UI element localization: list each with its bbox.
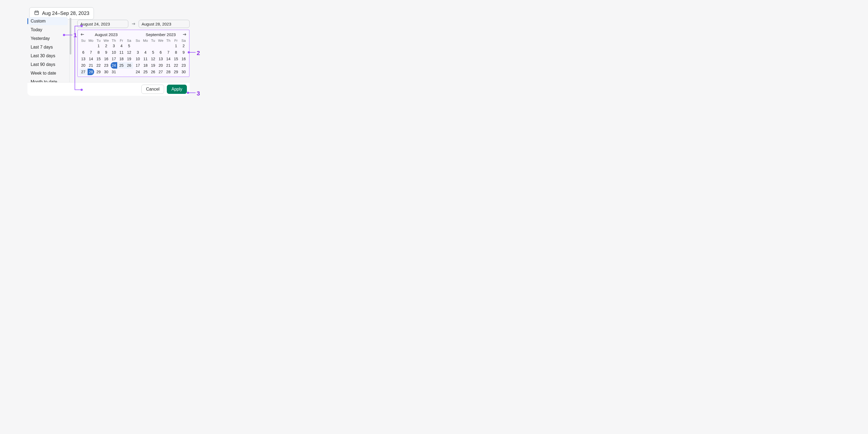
calendar-day[interactable]: 12	[125, 49, 133, 56]
weekday-label: Th	[165, 38, 172, 42]
calendar-day[interactable]: 16	[180, 56, 187, 62]
cancel-button[interactable]: Cancel	[141, 85, 164, 94]
calendar-day[interactable]: 11	[142, 56, 149, 62]
calendar-day[interactable]: 9	[180, 49, 187, 56]
arrow-right-icon	[131, 22, 136, 26]
calendar-day[interactable]: 4	[118, 42, 125, 49]
preset-item[interactable]: Month to date	[29, 78, 68, 82]
annotation-2-line	[189, 52, 195, 53]
calendar-day[interactable]: 5	[125, 42, 133, 49]
preset-item[interactable]: Custom	[29, 17, 68, 25]
annotation-1-dot-b	[81, 25, 83, 27]
calendar-day[interactable]: 23	[102, 62, 110, 69]
calendar-day[interactable]: 22	[95, 62, 102, 69]
weekday-label: We	[157, 38, 164, 42]
calendar-day[interactable]: 29	[95, 69, 102, 75]
month-right: September 2023 SuMoTuWeThFrSa 1234567891…	[134, 31, 187, 75]
svg-rect-0	[35, 11, 38, 14]
calendar-day[interactable]: 6	[157, 49, 164, 56]
calendar-day[interactable]: 2	[102, 42, 110, 49]
calendar-day[interactable]: 26	[125, 62, 133, 69]
calendar-day[interactable]: 8	[172, 49, 180, 56]
calendar-day[interactable]: 9	[102, 49, 110, 56]
calendar-day[interactable]: 20	[157, 62, 164, 69]
annotation-1-line-c	[74, 90, 81, 90]
calendar-day[interactable]: 27	[157, 69, 164, 75]
calendar-cell-empty	[165, 42, 172, 49]
calendar-day[interactable]: 13	[157, 56, 164, 62]
from-date-value: August 24, 2023	[80, 22, 110, 26]
weekday-label: Mo	[87, 38, 95, 42]
calendar-day[interactable]: 8	[95, 49, 102, 56]
dialog-footer: Cancel Apply	[27, 82, 190, 96]
calendar-day[interactable]: 22	[172, 62, 180, 69]
calendar-day[interactable]: 14	[87, 56, 95, 62]
calendar-day[interactable]: 3	[110, 42, 118, 49]
calendar-day[interactable]: 21	[165, 62, 172, 69]
calendar-day[interactable]: 3	[134, 49, 142, 56]
preset-item[interactable]: Last 7 days	[29, 43, 68, 51]
preset-item[interactable]: Week to date	[29, 69, 68, 77]
calendar-day[interactable]: 13	[80, 56, 87, 62]
annotation-3-dot	[187, 92, 189, 94]
calendar-day[interactable]: 28	[87, 69, 95, 75]
next-month-button[interactable]	[182, 31, 187, 37]
calendar-day[interactable]: 30	[102, 69, 110, 75]
calendar-day[interactable]: 25	[142, 69, 149, 75]
calendar-day[interactable]: 7	[165, 49, 172, 56]
calendar-day[interactable]: 28	[165, 69, 172, 75]
calendar-day[interactable]: 6	[80, 49, 87, 56]
calendar-day[interactable]: 27	[80, 69, 87, 75]
apply-button[interactable]: Apply	[167, 85, 187, 94]
calendar-day[interactable]: 1	[172, 42, 180, 49]
month-left-title: August 2023	[95, 32, 118, 37]
calendar-day[interactable]: 25	[118, 62, 125, 69]
calendar-day[interactable]: 11	[118, 49, 125, 56]
calendar-day[interactable]: 1	[95, 42, 102, 49]
calendar-cell-empty	[149, 42, 157, 49]
calendar-cell-empty	[80, 42, 87, 49]
date-inputs-row: August 24, 2023 August 28, 2023	[77, 18, 190, 30]
from-date-input[interactable]: August 24, 2023	[77, 20, 128, 28]
annotation-2-dot	[188, 51, 190, 54]
calendar-day[interactable]: 15	[172, 56, 180, 62]
calendar-day[interactable]: 20	[80, 62, 87, 69]
calendar-day[interactable]: 19	[149, 62, 157, 69]
calendar-day[interactable]: 10	[134, 56, 142, 62]
calendar-day[interactable]: 2	[180, 42, 187, 49]
calendar-day[interactable]: 16	[102, 56, 110, 62]
calendar-day[interactable]: 17	[110, 56, 118, 62]
to-date-input[interactable]: August 28, 2023	[138, 20, 190, 28]
calendar-day[interactable]: 26	[149, 69, 157, 75]
calendar-day[interactable]: 14	[165, 56, 172, 62]
calendar-day[interactable]: 15	[95, 56, 102, 62]
preset-item[interactable]: Today	[29, 26, 68, 34]
calendar-day[interactable]: 18	[118, 56, 125, 62]
calendar-day[interactable]: 10	[110, 49, 118, 56]
calendar-day[interactable]: 24	[110, 62, 118, 69]
preset-scrollbar[interactable]	[70, 18, 71, 55]
calendar-day[interactable]: 21	[87, 62, 95, 69]
calendar-cell-empty	[142, 42, 149, 49]
preset-item[interactable]: Last 90 days	[29, 61, 68, 69]
calendar-day[interactable]: 23	[180, 62, 187, 69]
calendar-day[interactable]: 12	[149, 56, 157, 62]
calendar-day[interactable]: 7	[87, 49, 95, 56]
calendar-day[interactable]: 4	[142, 49, 149, 56]
preset-item[interactable]: Last 30 days	[29, 52, 68, 60]
weekday-label: Fr	[172, 38, 180, 42]
calendar-day[interactable]: 18	[142, 62, 149, 69]
calendar-day[interactable]: 19	[125, 56, 133, 62]
prev-month-button[interactable]	[80, 31, 86, 37]
calendar-day[interactable]: 5	[149, 49, 157, 56]
calendar-day[interactable]: 24	[134, 69, 142, 75]
annotation-1-line-b	[74, 26, 81, 26]
calendar-day[interactable]: 30	[180, 69, 187, 75]
calendar-day[interactable]: 17	[134, 62, 142, 69]
preset-item[interactable]: Yesterday	[29, 34, 68, 42]
weekday-label: Tu	[95, 38, 102, 42]
calendar-panel: August 24, 2023 August 28, 2023 August 2…	[77, 18, 190, 77]
calendar-day[interactable]: 29	[172, 69, 180, 75]
calendar-day[interactable]: 31	[110, 69, 118, 75]
weekday-label: Sa	[125, 38, 133, 42]
